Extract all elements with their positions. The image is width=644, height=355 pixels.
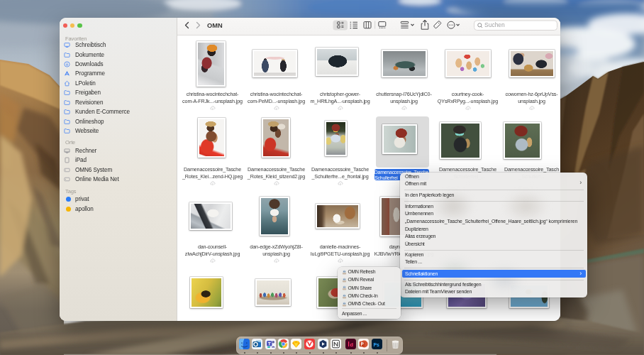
svg-text:P: P [360,342,364,346]
svg-text:Ps: Ps [373,342,379,347]
svg-text:OMN: OMN [207,22,223,29]
svg-text:Suchen: Suchen [484,21,505,28]
svg-text:d: d [350,342,353,348]
